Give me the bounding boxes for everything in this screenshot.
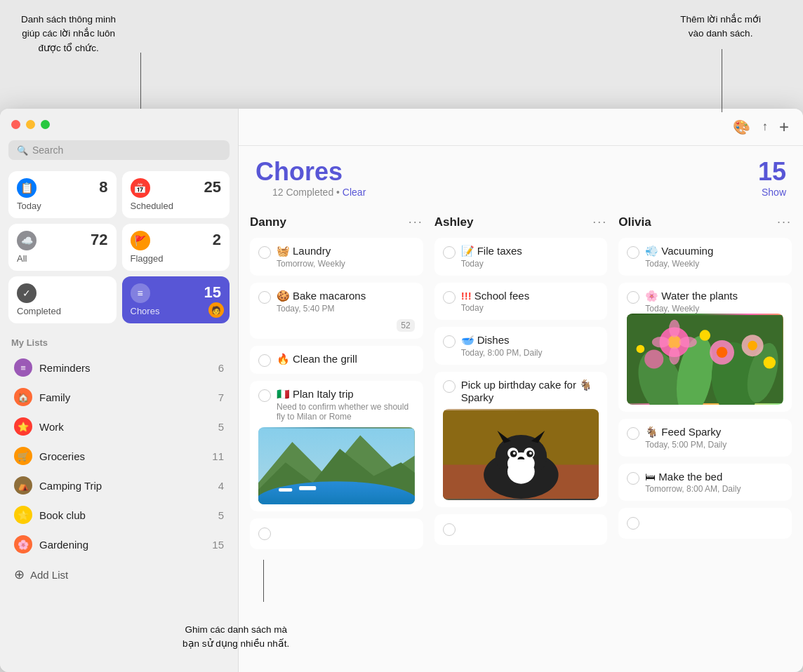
task-sub-laundry: Tomorrow, Weekly (277, 259, 415, 269)
sidebar-item-reminders[interactable]: ≡ Reminders 6 (8, 354, 230, 382)
chores-avatar: 🧑 (208, 302, 224, 318)
task-check-schoolfees[interactable] (443, 291, 456, 304)
sidebar-item-camping[interactable]: ⛺ Camping Trip 4 (8, 471, 230, 499)
task-taxes[interactable]: 📝File taxes Today (434, 238, 608, 276)
window-controls (8, 120, 230, 129)
task-check-feed-sparky[interactable] (627, 427, 639, 440)
flowers-image (627, 314, 783, 405)
task-make-bed[interactable]: 🛏Make the bed Tomorrow, 8:00 AM, Daily (618, 464, 792, 501)
add-reminder-icon[interactable]: + (779, 117, 789, 137)
share-icon[interactable]: ↑ (762, 120, 768, 134)
task-check-cake[interactable] (443, 380, 456, 393)
task-sub-taxes: Today (461, 259, 599, 269)
connector-line-left (140, 53, 141, 109)
task-check-macarons[interactable] (258, 291, 271, 304)
task-feed-sparky[interactable]: 🐐Feed Sparky Today, 5:00 PM, Daily (618, 419, 792, 457)
sidebar-item-gardening[interactable]: 🌸 Gardening 15 (8, 530, 230, 558)
reminders-count: 6 (218, 362, 224, 374)
task-name-feed-sparky: 🐐Feed Sparky (645, 426, 783, 438)
svg-point-38 (637, 345, 645, 354)
show-link[interactable]: Show (762, 187, 786, 198)
svg-point-32 (748, 341, 758, 351)
smart-card-completed[interactable]: ✓ Completed (8, 276, 117, 323)
flagged-count: 2 (213, 231, 221, 249)
task-check-grill[interactable] (258, 354, 271, 367)
sidebar-item-work[interactable]: ⭐ Work 5 (8, 412, 230, 441)
ashley-more-button[interactable]: ··· (592, 215, 607, 229)
completed-line: 12 Completed • Clear (255, 187, 383, 206)
task-check-dishes[interactable] (443, 335, 456, 348)
svg-point-36 (679, 337, 697, 347)
task-sub-dishes: Today, 8:00 PM, Daily (461, 348, 599, 358)
column-ashley: Ashley ··· 📝File taxes Today (434, 212, 608, 549)
task-check-italy[interactable] (258, 389, 271, 402)
task-empty-danny[interactable] (250, 518, 423, 549)
svg-point-30 (644, 349, 663, 368)
search-bar[interactable]: 🔍 Search (8, 140, 230, 160)
macarons-badge: 52 (397, 319, 414, 332)
task-check-laundry[interactable] (258, 246, 271, 259)
today-count: 8 (99, 178, 107, 196)
task-italy[interactable]: 🇮🇹Plan Italy trip Need to confirm whethe… (250, 381, 423, 511)
groceries-count: 11 (212, 450, 224, 462)
smart-card-scheduled[interactable]: 📅 25 Scheduled (122, 171, 230, 218)
clear-button[interactable]: Clear (343, 187, 366, 198)
all-label: All (17, 253, 108, 264)
camping-icon: ⛺ (14, 476, 32, 495)
maximize-button[interactable] (41, 120, 50, 129)
minimize-button[interactable] (26, 120, 35, 129)
sidebar-item-family[interactable]: 🏠 Family 7 (8, 383, 230, 411)
svg-point-15 (512, 452, 515, 455)
task-vacuuming[interactable]: 💨Vacuuming Today, Weekly (618, 238, 792, 276)
task-name-grill: 🔥Clean the grill (277, 353, 415, 365)
task-name-italy: 🇮🇹Plan Italy trip (277, 388, 415, 401)
task-name-macarons: 🍪Bake macarons (277, 290, 415, 302)
completed-icon: ✓ (17, 283, 36, 303)
bookclub-name: Book club (39, 509, 86, 521)
sidebar-item-bookclub[interactable]: ⭐ Book club 5 (8, 501, 230, 529)
column-danny: Danny ··· 🧺Laundry Tomorrow, Weekly (250, 212, 423, 553)
empty-check-ashley[interactable] (443, 523, 456, 536)
main-count: 15 (758, 157, 786, 187)
danny-more-button[interactable]: ··· (409, 215, 423, 229)
task-name-vacuuming: 💨Vacuuming (645, 245, 783, 257)
palette-icon[interactable]: 🎨 (733, 119, 750, 135)
task-macarons[interactable]: 🍪Bake macarons Today, 5:40 PM 52 (250, 283, 423, 339)
bookclub-count: 5 (218, 509, 224, 521)
reminders-icon: ≡ (14, 358, 32, 377)
work-icon: ⭐ (14, 417, 32, 436)
smart-card-today[interactable]: 📋 8 Today (8, 171, 117, 218)
task-grill[interactable]: 🔥Clean the grill (250, 346, 423, 374)
task-sub-italy: Need to confirm whether we should fly to… (277, 402, 415, 422)
task-laundry[interactable]: 🧺Laundry Tomorrow, Weekly (250, 238, 423, 276)
groceries-name: Groceries (39, 450, 85, 462)
smart-card-all[interactable]: ☁️ 72 All (8, 224, 117, 271)
add-list-button[interactable]: ⊕ Add List (8, 561, 230, 588)
dot-separator: • (336, 187, 343, 198)
smart-card-chores[interactable]: ≡ 15 Chores 🧑 (122, 276, 230, 323)
task-check-plants[interactable] (627, 291, 639, 304)
task-check-vacuuming[interactable] (627, 246, 639, 259)
svg-point-29 (717, 347, 727, 358)
task-check-make-bed[interactable] (627, 472, 639, 485)
danny-column-name: Danny (250, 215, 286, 229)
task-cake[interactable]: Pick up birthday cake for 🐐Sparky (434, 372, 608, 507)
task-sub-vacuuming: Today, Weekly (645, 259, 783, 269)
annotation-add-reminder: Thêm lời nhắc mớivào danh sách. (680, 13, 761, 41)
olivia-more-button[interactable]: ··· (777, 215, 792, 229)
task-empty-olivia[interactable] (618, 508, 792, 539)
task-dishes[interactable]: 🥣Dishes Today, 8:00 PM, Daily (434, 327, 608, 365)
task-empty-ashley[interactable] (434, 514, 608, 545)
task-schoolfees[interactable]: !!! School fees Today (434, 283, 608, 320)
my-lists: ≡ Reminders 6 🏠 Family 7 ⭐ Work 5 (8, 354, 230, 558)
sidebar-item-groceries[interactable]: 🛒 Groceries 11 (8, 442, 230, 470)
task-plants[interactable]: 🌸Water the plants Today, Weekly (618, 283, 792, 412)
empty-check-danny[interactable] (258, 527, 271, 540)
empty-check-olivia[interactable] (627, 517, 639, 530)
close-button[interactable] (11, 120, 20, 129)
smart-card-flagged[interactable]: 🚩 2 Flagged (122, 224, 230, 271)
task-check-taxes[interactable] (443, 246, 456, 259)
completed-label: Completed (17, 306, 108, 316)
svg-point-37 (700, 330, 710, 340)
main-header: Chores 12 Completed • Clear 15 Show (239, 146, 803, 212)
